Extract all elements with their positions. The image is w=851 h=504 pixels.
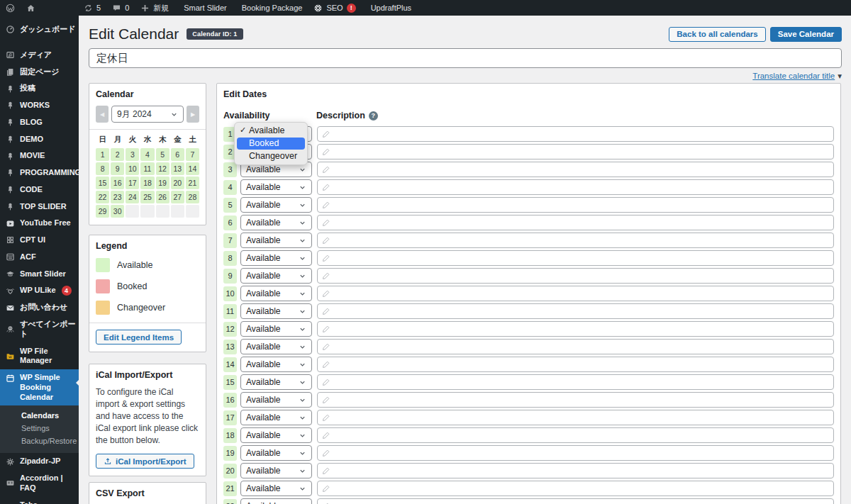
back-to-calendars-button[interactable]: Back to all calendars	[669, 27, 765, 42]
calendar-day-cell[interactable]: 14	[186, 162, 199, 175]
sidebar-item[interactable]: 固定ページ	[0, 64, 79, 81]
prev-month-button[interactable]	[96, 106, 109, 123]
sidebar-item[interactable]: メディア	[0, 47, 79, 64]
calendar-day-cell[interactable]: 11	[140, 162, 154, 175]
calendar-day-cell[interactable]: 15	[96, 177, 109, 189]
calendar-day-cell[interactable]: 30	[111, 205, 124, 218]
sidebar-item[interactable]: CPT UI	[0, 232, 79, 249]
calendar-day-cell[interactable]: 6	[171, 148, 184, 161]
availability-select[interactable]: Available	[240, 197, 312, 213]
month-select[interactable]: 9月 2024	[111, 106, 184, 123]
calendar-day-cell[interactable]: 8	[96, 162, 109, 175]
description-input[interactable]	[317, 303, 834, 319]
sidebar-item[interactable]: Accordion | FAQ	[0, 470, 79, 497]
description-input[interactable]	[317, 250, 834, 266]
ical-import-export-button[interactable]: iCal Import/Export	[96, 454, 194, 469]
sidebar-item[interactable]: TOP SLIDER	[0, 198, 79, 215]
description-input[interactable]	[317, 126, 834, 142]
description-input[interactable]	[317, 339, 834, 354]
description-input[interactable]	[317, 374, 834, 390]
submenu-item[interactable]: Calendars	[0, 409, 79, 422]
submenu-item[interactable]: Settings	[0, 422, 79, 435]
calendar-day-cell[interactable]: 17	[126, 177, 139, 189]
sidebar-item[interactable]: WORKS	[0, 97, 79, 114]
description-input[interactable]	[317, 286, 834, 301]
sidebar-item[interactable]: PROGRAMMING	[0, 164, 79, 181]
availability-select[interactable]: Available	[240, 233, 312, 248]
calendar-day-cell[interactable]: 28	[186, 191, 199, 203]
calendar-day-cell[interactable]: 22	[96, 191, 109, 203]
calendar-day-cell[interactable]: 4	[140, 148, 154, 161]
availability-select[interactable]: Available	[240, 445, 312, 461]
calendar-day-cell[interactable]: 24	[126, 191, 139, 203]
sidebar-item[interactable]: CODE	[0, 181, 79, 198]
sidebar-item[interactable]: Zipaddr-JP	[0, 453, 79, 470]
description-input[interactable]	[317, 144, 834, 159]
calendar-day-cell[interactable]	[126, 205, 139, 218]
sidebar-item[interactable]: ダッシュボード	[0, 21, 79, 38]
description-input[interactable]	[317, 268, 834, 284]
calendar-day-cell[interactable]: 21	[186, 177, 199, 189]
description-input[interactable]	[317, 392, 834, 408]
sidebar-item-wp-simple-booking-calendar[interactable]: WP Simple Booking Calendar	[0, 369, 79, 405]
availability-select[interactable]: Available	[240, 179, 312, 195]
description-input[interactable]	[317, 162, 834, 177]
sidebar-item[interactable]: お問い合わせ	[0, 299, 79, 316]
calendar-day-cell[interactable]: 9	[111, 162, 124, 175]
sidebar-item[interactable]: WP ULike 4	[0, 282, 79, 299]
translate-title-link[interactable]: Translate calendar title	[752, 72, 842, 80]
save-calendar-button[interactable]: Save Calendar	[770, 27, 842, 42]
calendar-day-cell[interactable]: 7	[186, 148, 199, 161]
availability-select[interactable]: Available	[240, 498, 312, 504]
calendar-day-cell[interactable]: 29	[96, 205, 109, 218]
dropdown-option-changeover[interactable]: Changeover	[237, 150, 305, 162]
submenu-item[interactable]: Backup/Restore	[0, 435, 79, 447]
availability-select[interactable]: Available	[240, 481, 312, 496]
calendar-day-cell[interactable]: 20	[171, 177, 184, 189]
description-input[interactable]	[317, 410, 834, 425]
help-icon[interactable]: ?	[369, 111, 378, 121]
description-input[interactable]	[317, 463, 834, 478]
calendar-day-cell[interactable]: 25	[140, 191, 154, 203]
calendar-title-input[interactable]	[89, 48, 842, 68]
calendar-day-cell[interactable]	[140, 205, 154, 218]
calendar-day-cell[interactable]: 10	[126, 162, 139, 175]
calendar-day-cell[interactable]: 18	[140, 177, 154, 189]
availability-select[interactable]: Available	[240, 392, 312, 408]
admin-bar-logo-item[interactable]	[0, 0, 21, 16]
availability-select[interactable]: Available	[240, 339, 312, 354]
calendar-day-cell[interactable]: 19	[156, 177, 169, 189]
calendar-day-cell[interactable]	[186, 205, 199, 218]
availability-select[interactable]: Available	[240, 427, 312, 443]
availability-select[interactable]: Available	[240, 463, 312, 478]
description-input[interactable]	[317, 321, 834, 337]
admin-bar-item[interactable]: UpdraftPlus	[362, 0, 417, 16]
availability-select[interactable]: Available	[240, 286, 312, 301]
dropdown-option-available[interactable]: Available	[237, 125, 305, 137]
description-input[interactable]	[317, 179, 834, 195]
calendar-day-cell[interactable]: 2	[111, 148, 124, 161]
description-input[interactable]	[317, 445, 834, 461]
admin-bar-logo-item[interactable]	[21, 0, 41, 16]
sidebar-item[interactable]: Smart Slider	[0, 266, 79, 283]
sidebar-item[interactable]: DEMO	[0, 131, 79, 148]
availability-select[interactable]: Available	[240, 250, 312, 266]
calendar-day-cell[interactable]	[171, 205, 184, 218]
description-input[interactable]	[317, 357, 834, 372]
sidebar-item[interactable]: BLOG	[0, 114, 79, 131]
calendar-day-cell[interactable]: 16	[111, 177, 124, 189]
dropdown-option-booked[interactable]: Booked	[237, 138, 305, 150]
description-input[interactable]	[317, 498, 834, 504]
edit-legend-items-button[interactable]: Edit Legend Items	[96, 330, 182, 345]
calendar-day-cell[interactable]: 3	[126, 148, 139, 161]
description-input[interactable]	[317, 197, 834, 213]
sidebar-item[interactable]: WP File Manager	[0, 343, 79, 370]
availability-select[interactable]: Available	[240, 303, 312, 319]
admin-bar-item[interactable]: Smart Slider	[174, 0, 233, 16]
description-input[interactable]	[317, 427, 834, 443]
calendar-day-cell[interactable]: 23	[111, 191, 124, 203]
next-month-button[interactable]	[187, 106, 199, 123]
sidebar-item[interactable]: MOVIE	[0, 147, 79, 164]
sidebar-item[interactable]: ACF	[0, 249, 79, 266]
calendar-day-cell[interactable]: 1	[96, 148, 109, 161]
